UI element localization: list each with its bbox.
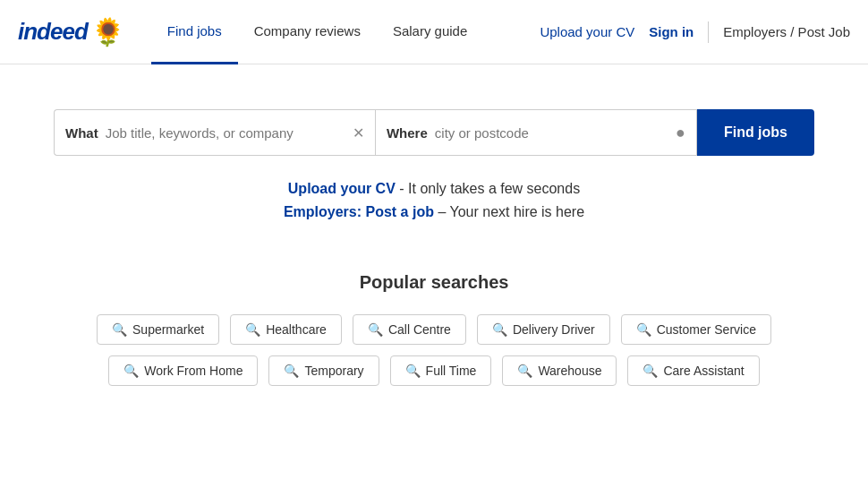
pill-work-from-home[interactable]: 🔍 Work From Home <box>108 355 258 386</box>
promo-links: Upload your CV - It only takes a few sec… <box>284 181 584 227</box>
sunflower-icon: 🌻 <box>91 16 124 47</box>
nav-company-reviews[interactable]: Company reviews <box>238 0 377 64</box>
nav-find-jobs[interactable]: Find jobs <box>151 0 238 64</box>
where-label: Where <box>387 125 428 141</box>
search-icon: 🔍 <box>517 364 532 378</box>
location-icon[interactable]: ● <box>676 124 685 142</box>
clear-what-icon[interactable]: ✕ <box>353 124 364 141</box>
search-icon: 🔍 <box>123 364 139 378</box>
what-input[interactable] <box>106 125 349 141</box>
pill-full-time[interactable]: 🔍 Full Time <box>390 355 492 386</box>
search-icon: 🔍 <box>245 322 260 337</box>
where-input[interactable] <box>435 125 672 141</box>
popular-row-2: 🔍 Work From Home 🔍 Temporary 🔍 Full Time… <box>0 355 868 386</box>
employers-post-job-link[interactable]: Employers / Post Job <box>723 24 850 39</box>
upload-cv-nav-link[interactable]: Upload your CV <box>540 24 634 39</box>
what-label: What <box>65 125 98 141</box>
pill-call-centre[interactable]: 🔍 Call Centre <box>353 314 466 345</box>
pill-supermarket[interactable]: 🔍 Supermarket <box>97 314 219 345</box>
popular-searches-section: Popular searches 🔍 Supermarket 🔍 Healthc… <box>0 272 868 432</box>
popular-searches-title: Popular searches <box>0 272 868 293</box>
search-icon: 🔍 <box>405 364 421 378</box>
upload-cv-promo-link[interactable]: Upload your CV <box>288 181 399 196</box>
search-icon: 🔍 <box>642 364 658 378</box>
pill-healthcare[interactable]: 🔍 Healthcare <box>230 314 342 345</box>
what-field: What ✕ <box>54 109 375 156</box>
popular-row-1: 🔍 Supermarket 🔍 Healthcare 🔍 Call Centre… <box>0 314 868 345</box>
search-icon: 🔍 <box>284 364 299 378</box>
nav-divider <box>708 21 709 43</box>
search-bar: What ✕ Where ● Find jobs <box>54 109 814 156</box>
where-field: Where ● <box>375 109 697 156</box>
employers-promo: Employers: Post a job – Your next hire i… <box>284 204 584 220</box>
search-icon: 🔍 <box>368 322 383 337</box>
nav-salary-guide[interactable]: Salary guide <box>377 0 483 64</box>
logo[interactable]: indeed 🌻 <box>18 16 124 47</box>
search-icon: 🔍 <box>112 322 127 337</box>
upload-cv-promo: Upload your CV - It only takes a few sec… <box>284 181 584 197</box>
search-icon: 🔍 <box>492 322 507 337</box>
find-jobs-button[interactable]: Find jobs <box>697 109 814 156</box>
nav-links: Find jobs Company reviews Salary guide <box>151 0 540 64</box>
sign-in-button[interactable]: Sign in <box>649 24 694 39</box>
logo-text: indeed <box>18 18 88 46</box>
pill-customer-service[interactable]: 🔍 Customer Service <box>621 314 771 345</box>
pill-care-assistant[interactable]: 🔍 Care Assistant <box>627 355 759 386</box>
pill-delivery-driver[interactable]: 🔍 Delivery Driver <box>477 314 610 345</box>
nav-right: Upload your CV Sign in Employers / Post … <box>540 21 850 43</box>
search-icon: 🔍 <box>636 322 651 337</box>
navbar: indeed 🌻 Find jobs Company reviews Salar… <box>0 0 868 64</box>
employers-promo-link[interactable]: Employers: Post a job <box>284 204 438 219</box>
pill-warehouse[interactable]: 🔍 Warehouse <box>502 355 617 386</box>
pill-temporary[interactable]: 🔍 Temporary <box>268 355 379 386</box>
main-content: What ✕ Where ● Find jobs Upload your CV … <box>0 64 868 432</box>
